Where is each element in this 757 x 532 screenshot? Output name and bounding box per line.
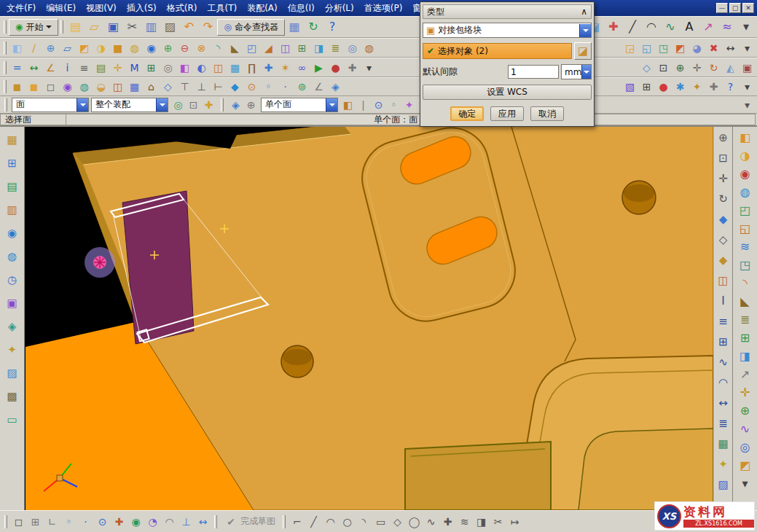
mirror-icon[interactable]: ◨ — [737, 348, 754, 364]
viewport-3d[interactable] — [25, 127, 713, 510]
dropdown-arrow-icon[interactable] — [326, 98, 337, 112]
ortho-icon[interactable]: ∟ — [44, 514, 60, 530]
full-screen-icon[interactable]: ⊞ — [638, 79, 655, 95]
dimension-bar-icon[interactable]: ↔ — [715, 396, 732, 411]
curve-bar-icon[interactable]: ◠ — [715, 375, 732, 391]
undo-icon[interactable]: ↶ — [179, 17, 198, 36]
snap-mid-icon[interactable]: · — [77, 514, 94, 530]
draft-icon[interactable]: ◢ — [260, 40, 277, 56]
shaded-icon[interactable]: ◆ — [715, 253, 732, 268]
snap-quadrant-icon[interactable]: ◔ — [144, 514, 161, 530]
curve-arrow-icon[interactable]: ↗ — [699, 17, 718, 36]
sweep-icon[interactable]: ∿ — [737, 421, 754, 437]
note-bar-icon[interactable]: ≣ — [715, 416, 732, 431]
play-icon[interactable]: ▶ — [310, 60, 327, 76]
spline-bar-icon[interactable]: ∿ — [715, 355, 732, 370]
snap-point-toggle-icon[interactable]: ⊙ — [371, 98, 386, 112]
save-icon[interactable]: ▣ — [103, 17, 122, 36]
section-view-icon[interactable]: ◫ — [210, 60, 227, 76]
assembly-navigator-icon[interactable]: ▦ — [4, 133, 21, 148]
menu-insert[interactable]: 插入(S) — [122, 1, 162, 16]
window-cascade-icon[interactable]: ▦ — [285, 17, 304, 36]
more-curves-icon[interactable]: ▾ — [737, 17, 756, 36]
sew-icon[interactable]: ◎ — [344, 40, 361, 56]
touch-mode-icon[interactable]: ✱ — [672, 79, 689, 95]
text-icon[interactable]: A — [680, 17, 699, 36]
copy-icon[interactable]: ▥ — [141, 17, 160, 36]
chamfer-icon[interactable]: ◣ — [737, 294, 754, 309]
dropdown-arrow-icon[interactable] — [156, 98, 168, 112]
measure-angle-icon[interactable]: ∠ — [42, 60, 59, 76]
background-icon[interactable]: ▨ — [715, 477, 732, 493]
lights-icon[interactable]: ✦ — [715, 457, 732, 472]
auto-dimension-icon[interactable]: ↔ — [195, 514, 211, 530]
profile-icon[interactable]: ⌐ — [289, 514, 305, 530]
hole-icon[interactable]: ◉ — [143, 40, 160, 56]
face-rule-icon[interactable]: ◧ — [340, 98, 356, 112]
touch-panel-icon[interactable]: ▭ — [4, 412, 21, 428]
menu-analysis[interactable]: 分析(L) — [320, 1, 359, 16]
extend-icon[interactable]: ↦ — [506, 514, 523, 530]
reuse-library-icon[interactable]: ▥ — [4, 203, 21, 218]
line-icon[interactable]: ╱ — [305, 514, 322, 530]
trim-body-icon[interactable]: ◫ — [277, 40, 294, 56]
cancel-button[interactable]: 取消 — [530, 106, 564, 121]
collapse-icon[interactable]: ∧ — [581, 7, 587, 17]
object-info-icon[interactable]: i — [59, 60, 76, 76]
close-button[interactable]: ✕ — [742, 3, 754, 13]
snap-center-icon[interactable]: ⊙ — [94, 514, 111, 530]
pan-icon[interactable]: ✛ — [715, 171, 732, 187]
end-point-icon[interactable]: ◦ — [260, 79, 277, 95]
revolve-icon[interactable]: ◑ — [737, 148, 754, 163]
face-rule-combo[interactable]: 单个面 — [261, 98, 338, 112]
select-solid-button[interactable]: ◪ — [574, 42, 592, 60]
measure-distance-icon[interactable]: ↔ — [26, 60, 42, 76]
edit-section-icon[interactable]: ◫ — [109, 79, 126, 95]
sketch-icon[interactable]: ▱ — [59, 40, 76, 56]
wcs-dynamics-icon[interactable]: ✛ — [109, 60, 126, 76]
web-browser-icon[interactable]: ◍ — [4, 249, 21, 265]
rotate-view-icon[interactable]: ↻ — [705, 60, 722, 76]
open-icon[interactable]: ▱ — [85, 17, 103, 36]
expressions-icon[interactable]: = — [9, 60, 26, 76]
offset-region-icon[interactable]: ◳ — [655, 40, 672, 56]
manufacturing-wizard-icon[interactable]: ◈ — [4, 319, 21, 335]
toolbar-grip[interactable] — [60, 20, 63, 34]
face-analysis-icon[interactable]: ◍ — [76, 79, 93, 95]
view-orient-icon[interactable]: ◇ — [638, 60, 655, 76]
tube-icon[interactable]: ◎ — [737, 439, 754, 455]
thread-icon[interactable]: ≣ — [737, 312, 754, 327]
replace-face-icon[interactable]: ◩ — [672, 40, 689, 56]
cut-icon[interactable]: ✂ — [122, 17, 141, 36]
toolbar-grip[interactable] — [4, 61, 7, 74]
hole-icon[interactable]: ◉ — [737, 166, 754, 181]
point-icon[interactable]: ✚ — [439, 514, 456, 530]
revolve-icon[interactable]: ◑ — [93, 40, 109, 56]
selection-scope-combo[interactable]: 整个装配 — [91, 98, 168, 112]
pattern-feature-icon[interactable]: ⊞ — [294, 40, 310, 56]
toolbar-grip[interactable] — [4, 80, 7, 93]
select-object-row[interactable]: ✔ 选择对象 (2) — [423, 43, 572, 59]
datum-axis-icon[interactable]: ∕ — [26, 40, 42, 56]
role-menu-icon[interactable]: ▧ — [621, 79, 638, 95]
cylinder-icon[interactable]: ◍ — [126, 40, 143, 56]
chamfer-icon[interactable]: ◣ — [227, 40, 243, 56]
resize-blend-icon[interactable]: ◕ — [689, 40, 705, 56]
menu-information[interactable]: 信息(I) — [283, 1, 320, 16]
zoom-in-out-icon[interactable]: ⊕ — [715, 130, 732, 146]
more-features-icon[interactable]: ▾ — [737, 476, 754, 491]
point-on-curve-icon[interactable]: ◦ — [386, 98, 401, 112]
toolbar-grip[interactable] — [4, 98, 7, 112]
start-menu-button[interactable]: ◉ 开始 — [9, 19, 58, 36]
rotate-icon[interactable]: ↻ — [715, 192, 732, 207]
pattern-icon[interactable]: ⊞ — [737, 330, 754, 345]
context-help-icon[interactable]: ? — [722, 79, 739, 95]
exploded-view-icon[interactable]: ✶ — [277, 60, 294, 76]
subtract-icon[interactable]: ⊖ — [176, 40, 193, 56]
orient-wcs-icon[interactable]: ◆ — [715, 212, 732, 227]
top-view-icon[interactable]: ⊤ — [176, 79, 193, 95]
fillet-icon[interactable]: ◝ — [356, 514, 372, 530]
toolbar-grip[interactable] — [283, 515, 286, 528]
assembly-constraints-icon[interactable]: ∏ — [243, 60, 260, 76]
move-face-icon[interactable]: ◲ — [621, 40, 638, 56]
